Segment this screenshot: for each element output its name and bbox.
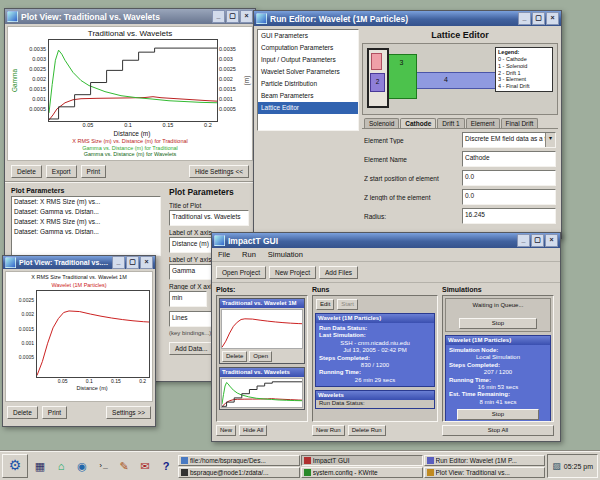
titlebar[interactable]: Run Editor: Wavelet (1M Particles) _ ▢ ×: [254, 11, 561, 26]
clock[interactable]: 05:25 pm: [564, 463, 593, 470]
hide-settings-button[interactable]: Hide Settings <<: [189, 165, 249, 178]
dataset-item[interactable]: Dataset: Gamma vs. Distan...: [12, 207, 160, 217]
tab-element[interactable]: Element: [466, 118, 500, 128]
run-item[interactable]: Wavelets Run Data Status:: [315, 390, 435, 408]
stop-queued-button[interactable]: Stop: [459, 318, 537, 329]
tab-cathode[interactable]: Cathode: [400, 118, 436, 128]
new-run-button[interactable]: New Run: [312, 425, 345, 436]
task-entry-terminal[interactable]: bsprague@node1:/zdata/...: [178, 467, 300, 478]
clipboard-icon[interactable]: ▨: [552, 461, 561, 471]
hide-all-button[interactable]: Hide All: [239, 425, 267, 436]
web-browser-icon[interactable]: ◉: [72, 455, 92, 477]
print-button[interactable]: Print: [81, 165, 106, 178]
plot-thumbnail[interactable]: [221, 378, 303, 408]
kmenu-button[interactable]: ⚙: [2, 454, 28, 478]
titlebar[interactable]: Plot View: Traditional vs. Wavelet 1M _ …: [3, 256, 155, 269]
solenoid-element[interactable]: [371, 53, 382, 70]
edit-run-button[interactable]: Edit: [316, 299, 334, 310]
open-project-button[interactable]: Open Project: [216, 266, 266, 279]
settings-button[interactable]: Settings >>: [106, 406, 151, 419]
dataset-item[interactable]: Dataset: X RMS Size (m) vs...: [12, 217, 160, 227]
run-item-title[interactable]: Wavelet (1M Particles): [316, 314, 434, 323]
drift1-element[interactable]: 2: [370, 73, 385, 92]
dataset-list[interactable]: Dataset: X RMS Size (m) vs... Dataset: G…: [11, 196, 161, 256]
maximize-icon[interactable]: ▢: [126, 256, 139, 269]
plot-item-title[interactable]: Traditional vs. Wavelets: [220, 368, 304, 377]
simulation-item-title[interactable]: Wavelet (1M Particles): [446, 336, 550, 345]
text-editor-icon[interactable]: ✎: [114, 455, 134, 477]
titlebar[interactable]: Plot View: Traditional vs. Wavelets _ ▢ …: [5, 9, 255, 24]
dataset-item[interactable]: Dataset: X RMS Size (m) vs...: [12, 197, 160, 207]
element-name-input[interactable]: Cathode: [462, 151, 556, 167]
tab-solenoid[interactable]: Solenoid: [364, 118, 399, 128]
mail-icon[interactable]: ✉: [135, 455, 155, 477]
run-item[interactable]: Wavelet (1M Particles) Run Data Status: …: [315, 313, 435, 387]
plot-item[interactable]: Traditional vs. Wavelet 1M Delete Open: [219, 298, 305, 364]
task-entry-plot-view[interactable]: Plot View: Traditional vs...: [424, 467, 546, 478]
close-icon[interactable]: ×: [545, 234, 558, 247]
task-entry-run-editor[interactable]: Run Editor: Wavelet (1M P...: [424, 455, 546, 466]
plot-item-title[interactable]: Traditional vs. Wavelet 1M: [220, 299, 304, 308]
parameter-category-list[interactable]: GUI Parameters Computation Parameters In…: [257, 29, 359, 131]
add-files-button[interactable]: Add Files: [319, 266, 358, 279]
stop-all-button[interactable]: Stop All: [442, 425, 554, 436]
close-icon[interactable]: ×: [240, 10, 253, 23]
minimize-icon[interactable]: _: [517, 234, 530, 247]
task-entry-kwrite[interactable]: system.config - KWrite: [301, 467, 423, 478]
radius-input[interactable]: 16.245: [462, 208, 556, 224]
new-plot-button[interactable]: New: [216, 425, 236, 436]
start-run-button[interactable]: Start: [337, 299, 358, 310]
delete-run-button[interactable]: Delete Run: [348, 425, 386, 436]
dataset-item[interactable]: Dataset: Gamma vs. Distan...: [12, 227, 160, 237]
terminal-icon[interactable]: ›_: [93, 455, 113, 477]
tab-drift-1[interactable]: Drift 1: [437, 118, 464, 128]
sidebar-item-gui-parameters[interactable]: GUI Parameters: [258, 30, 358, 42]
task-entry-impact-gui[interactable]: ImpactT GUI: [301, 455, 423, 466]
delete-button[interactable]: Delete: [11, 165, 42, 178]
z-length-input[interactable]: 0.0: [462, 189, 556, 205]
minimize-icon[interactable]: _: [518, 12, 531, 25]
plot-title-input[interactable]: Traditional vs. Wavelets: [169, 210, 249, 226]
maximize-icon[interactable]: ▢: [226, 10, 239, 23]
simulation-item[interactable]: Wavelet (1M Particles) Simulation Node: …: [445, 335, 551, 422]
stop-simulation-button[interactable]: Stop: [457, 409, 539, 420]
sidebar-item-particle-distribution[interactable]: Particle Distribution: [258, 78, 358, 90]
minimize-icon[interactable]: _: [112, 256, 125, 269]
delete-plot-button[interactable]: Delete: [222, 351, 247, 362]
chevron-down-icon[interactable]: ▾: [545, 133, 555, 147]
sidebar-item-wavelet-solver-parameters[interactable]: Wavelet Solver Parameters: [258, 66, 358, 78]
export-button[interactable]: Export: [46, 165, 77, 178]
add-data-button[interactable]: Add Data...: [169, 342, 214, 355]
sidebar-item-lattice-editor[interactable]: Lattice Editor: [258, 102, 358, 114]
sidebar-item-computation-parameters[interactable]: Computation Parameters: [258, 42, 358, 54]
queued-simulation-item[interactable]: Waiting in Queue... Stop: [445, 298, 551, 332]
plot-thumbnail[interactable]: [221, 309, 303, 349]
open-plot-button[interactable]: Open: [249, 351, 272, 362]
maximize-icon[interactable]: ▢: [531, 234, 544, 247]
print-button[interactable]: Print: [42, 406, 67, 419]
sidebar-item-input-output-parameters[interactable]: Input / Output Parameters: [258, 54, 358, 66]
delete-button[interactable]: Delete: [7, 406, 38, 419]
new-project-button[interactable]: New Project: [269, 266, 316, 279]
simulations-heading: Simulations: [442, 286, 554, 295]
element-type-select[interactable]: Discrete EM field data as a function of …: [462, 132, 556, 148]
menu-run[interactable]: Run: [242, 250, 256, 259]
sidebar-item-beam-parameters[interactable]: Beam Parameters: [258, 90, 358, 102]
show-desktop-icon[interactable]: ▦: [30, 455, 50, 477]
plot-item[interactable]: Traditional vs. Wavelets: [219, 367, 305, 410]
menu-simulation[interactable]: Simulation: [268, 250, 303, 259]
maximize-icon[interactable]: ▢: [532, 12, 545, 25]
x-min-input[interactable]: min: [169, 291, 207, 307]
home-folder-icon[interactable]: ⌂: [51, 455, 71, 477]
z-start-input[interactable]: 0.0: [462, 170, 556, 186]
minimize-icon[interactable]: _: [212, 10, 225, 23]
menu-file[interactable]: File: [218, 250, 230, 259]
help-icon[interactable]: ?: [156, 455, 176, 477]
lattice-element[interactable]: 3: [386, 54, 417, 99]
task-entry-file-manager[interactable]: file:/home/bsprague/Des...: [178, 455, 300, 466]
run-item-title[interactable]: Wavelets: [316, 391, 434, 400]
titlebar[interactable]: ImpactT GUI _ ▢ ×: [212, 233, 560, 248]
close-icon[interactable]: ×: [546, 12, 559, 25]
close-icon[interactable]: ×: [140, 256, 153, 269]
tab-final-drift[interactable]: Final Drift: [501, 118, 539, 128]
